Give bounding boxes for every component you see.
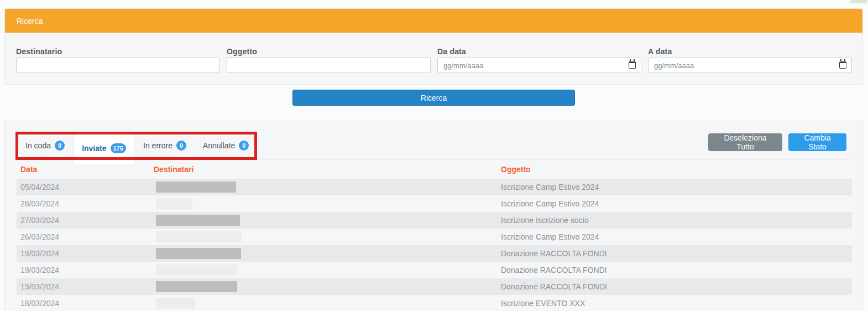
tab-in-errore-label: In errore [143,141,172,150]
table-header: Data Destinatari Oggetto [17,160,852,178]
tab-in-errore-badge: 0 [176,141,186,151]
table-row[interactable]: 05/04/2024Iscrizione Camp Estivo 2024 [17,179,852,195]
table-row[interactable]: 18/03/2024Iscrizione EVENTO XXX [17,295,852,311]
table-row[interactable]: 19/03/2024Donazione RACCOLTA FONDI [17,278,852,295]
cell-data: 27/03/2024 [20,212,59,229]
cell-oggetto: Donazione RACCOLTA FONDI [501,262,607,278]
cell-data: 19/03/2024 [20,262,59,278]
cell-data: 26/03/2024 [20,229,59,245]
destinatario-input[interactable] [16,58,220,73]
tab-annullate[interactable]: Annullate 0 [195,132,257,159]
tab-inviate-badge: 175 [111,143,126,153]
cell-data: 19/03/2024 [20,278,59,295]
tab-in-coda[interactable]: In coda 0 [17,132,74,159]
table-row[interactable]: 19/03/2024Donazione RACCOLTA FONDI [17,245,852,262]
change-state-button[interactable]: Cambia Stato [788,133,846,151]
cell-oggetto: Iscrizione Iscrizione socio [501,212,589,229]
cell-oggetto: Donazione RACCOLTA FONDI [501,245,607,262]
tab-annullate-badge: 0 [239,141,249,151]
redacted-destinatari-bar [156,215,240,226]
redacted-destinatari-bar [156,265,237,276]
column-header-data: Data [20,165,37,174]
deselect-all-button[interactable]: Deseleziona Tutto [708,133,782,151]
top-right-fragment [850,0,867,3]
cell-oggetto: Iscrizione Camp Estivo 2024 [501,229,599,245]
a-data-input[interactable] [648,58,852,73]
cell-oggetto: Iscrizione EVENTO XXX [501,295,585,311]
results-panel: In coda 0 Inviate 175 In errore 0 Annull… [4,121,863,311]
search-panel-header: Ricerca [5,9,862,33]
search-panel: Ricerca Destinatario Oggetto Da data A d… [4,8,863,85]
redacted-destinatari-bar [156,182,236,193]
a-data-label: A data [648,47,672,56]
destinatario-label: Destinatario [16,47,62,56]
status-tabs: In coda 0 Inviate 175 In errore 0 Annull… [17,132,257,159]
da-data-input[interactable] [437,58,641,73]
cell-oggetto: Iscrizione Camp Estivo 2024 [501,179,599,195]
cell-data: 18/03/2024 [20,295,59,311]
table-row[interactable]: 26/03/2024Iscrizione Camp Estivo 2024 [17,229,852,245]
tab-inviate-label: Inviate [82,144,106,153]
redacted-destinatari-bar [156,198,192,209]
table-body: 05/04/2024Iscrizione Camp Estivo 202428/… [17,179,852,311]
tab-in-coda-badge: 0 [55,141,65,151]
cell-data: 05/04/2024 [20,179,59,195]
search-submit-button[interactable]: Ricerca [292,90,575,106]
cell-oggetto: Iscrizione Camp Estivo 2024 [501,195,599,212]
cell-data: 19/03/2024 [20,245,59,262]
da-data-label: Da data [437,47,466,56]
panel-actions: Deseleziona Tutto Cambia Stato [708,133,846,151]
tab-annullate-label: Annullate [203,141,235,150]
cell-oggetto: Donazione RACCOLTA FONDI [501,278,607,295]
redacted-destinatari-bar [156,231,242,242]
calendar-icon[interactable] [629,61,636,69]
tab-in-coda-label: In coda [25,141,51,150]
cell-data: 28/03/2024 [20,195,59,212]
table-row[interactable]: 27/03/2024Iscrizione Iscrizione socio [17,212,852,229]
tab-in-errore[interactable]: In errore 0 [134,132,195,159]
tab-inviate[interactable]: Inviate 175 [74,132,134,164]
calendar-icon[interactable] [839,61,846,69]
page: Ricerca Destinatario Oggetto Da data A d… [0,0,868,311]
redacted-destinatari-bar [156,298,195,309]
table-row[interactable]: 28/03/2024Iscrizione Camp Estivo 2024 [17,195,852,212]
column-header-oggetto: Oggetto [501,165,531,174]
oggetto-label: Oggetto [227,47,257,56]
redacted-destinatari-bar [156,281,237,292]
column-header-destinatari: Destinatari [154,165,194,174]
oggetto-input[interactable] [227,58,431,73]
tabs-divider [17,159,852,159]
table-row[interactable]: 19/03/2024Donazione RACCOLTA FONDI [17,262,852,278]
redacted-destinatari-bar [156,248,241,259]
search-panel-title: Ricerca [17,17,43,25]
